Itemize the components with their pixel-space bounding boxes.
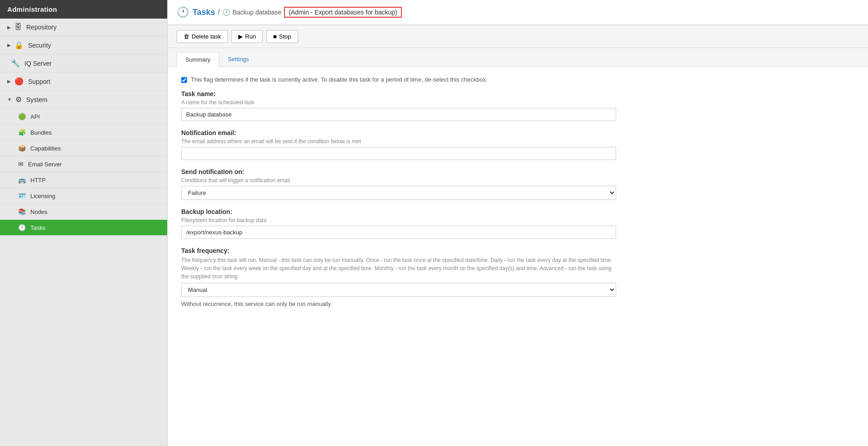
send-notification-label: Send notification on:: [181, 168, 854, 175]
sidebar-subitem-tasks[interactable]: 🕐 Tasks: [0, 220, 167, 236]
task-frequency-field: Task frequency: The frequency this task …: [181, 247, 854, 307]
play-icon: ▶: [238, 33, 243, 40]
notification-email-field: Notification email: The email address wh…: [181, 129, 854, 160]
notification-email-label: Notification email:: [181, 129, 854, 136]
task-name-field: Task name: A name for the scheduled task: [181, 90, 854, 121]
recurrence-note: Without recurrence, this service can onl…: [181, 301, 854, 307]
stop-icon: ■: [273, 33, 277, 40]
api-icon: 🟢: [18, 113, 26, 120]
send-notification-sublabel: Conditions that will trigger a notificat…: [181, 177, 854, 184]
sidebar-item-label: System: [26, 96, 48, 103]
active-task-row: This flag determines if the task is curr…: [181, 76, 854, 83]
sidebar-subitem-label: Nodes: [30, 208, 48, 215]
sidebar-subitem-api[interactable]: 🟢 API: [0, 109, 167, 125]
backup-location-sublabel: Filesystem location for backup data: [181, 217, 854, 223]
tab-settings[interactable]: Settings: [219, 52, 258, 67]
form-content: This flag determines if the task is curr…: [168, 67, 868, 446]
sidebar-subitem-licensing[interactable]: 🪪 Licensing: [0, 188, 167, 204]
sidebar-item-security[interactable]: ▶ 🔒 Security: [0, 36, 167, 54]
delete-task-button[interactable]: 🗑 Delete task: [177, 30, 228, 43]
sidebar-item-label: Support: [28, 78, 50, 85]
sidebar-item-system[interactable]: ▼ ⚙ System: [0, 91, 167, 109]
run-button[interactable]: ▶ Run: [231, 30, 263, 43]
bundles-icon: 🧩: [18, 129, 26, 136]
sidebar-subitem-bundles[interactable]: 🧩 Bundles: [0, 125, 167, 141]
arrow-icon: ▶: [7, 79, 11, 84]
backup-location-label: Backup location:: [181, 208, 854, 215]
capabilities-icon: 📦: [18, 145, 26, 152]
toolbar: 🗑 Delete task ▶ Run ■ Stop: [168, 25, 868, 48]
arrow-icon: ▶: [7, 43, 11, 48]
licensing-icon: 🪪: [18, 192, 26, 199]
http-icon: 🚌: [18, 176, 26, 184]
main-content: 🕐 Tasks / 🕐 Backup database (Admin - Exp…: [168, 0, 868, 446]
task-name-sublabel: A name for the scheduled task: [181, 99, 854, 106]
task-frequency-description: The frequency this task will run. Manual…: [181, 256, 616, 281]
sidebar-subitem-label: HTTP: [30, 177, 46, 184]
sidebar-subitem-nodes[interactable]: 📚 Nodes: [0, 204, 167, 220]
tasks-clock-icon: 🕐: [177, 6, 189, 18]
trash-icon: 🗑: [183, 33, 189, 40]
active-task-label: This flag determines if the task is curr…: [191, 76, 487, 83]
email-server-icon: ✉: [18, 160, 24, 168]
sidebar-subitem-label: Capabilities: [30, 145, 61, 152]
sidebar-item-label: IQ Server: [24, 60, 52, 67]
sidebar-header: Administration: [0, 0, 167, 19]
stop-button[interactable]: ■ Stop: [266, 30, 298, 43]
backup-location-input[interactable]: [181, 226, 616, 239]
active-task-checkbox[interactable]: [181, 77, 187, 83]
task-frequency-label: Task frequency:: [181, 247, 854, 254]
backup-database-label: Backup database: [232, 9, 281, 16]
highlighted-task-title: (Admin - Export databases for backup): [284, 7, 402, 18]
breadcrumb: 🕐 Tasks / 🕐 Backup database (Admin - Exp…: [168, 0, 868, 25]
notification-email-sublabel: The email address where an email will be…: [181, 138, 854, 145]
notification-email-input[interactable]: [181, 147, 616, 160]
send-notification-field: Send notification on: Conditions that wi…: [181, 168, 854, 200]
sidebar-item-support[interactable]: ▶ 🔴 Support: [0, 73, 167, 91]
backup-location-field: Backup location: Filesystem location for…: [181, 208, 854, 239]
task-frequency-select[interactable]: Manual Once Daily Weekly Monthly Advance…: [181, 283, 616, 297]
sidebar-item-iq-server[interactable]: 🔧 IQ Server: [0, 54, 167, 73]
arrow-icon: ▶: [7, 25, 11, 30]
tasks-breadcrumb-link[interactable]: Tasks: [193, 8, 215, 17]
sidebar-item-repository[interactable]: ▶ 🗄 Repository: [0, 19, 167, 36]
sidebar-subitem-email-server[interactable]: ✉ Email Server: [0, 156, 167, 172]
sidebar-subitem-capabilities[interactable]: 📦 Capabilities: [0, 141, 167, 156]
task-name-label: Task name:: [181, 90, 854, 97]
system-icon: ⚙: [15, 95, 22, 104]
support-icon: 🔴: [14, 77, 24, 86]
nodes-icon: 📚: [18, 208, 26, 215]
sidebar-subitem-label: Bundles: [30, 129, 52, 136]
sidebar-subitem-http[interactable]: 🚌 HTTP: [0, 172, 167, 188]
backup-clock-icon: 🕐: [222, 9, 230, 16]
sidebar: Administration ▶ 🗄 Repository ▶ 🔒 Securi…: [0, 0, 168, 446]
breadcrumb-separator: /: [218, 8, 220, 16]
repository-icon: 🗄: [14, 23, 22, 31]
arrow-icon: ▼: [7, 97, 12, 102]
sidebar-item-label: Repository: [26, 24, 57, 31]
sidebar-subitem-label: API: [30, 113, 40, 120]
task-name-input[interactable]: [181, 108, 616, 121]
tab-summary[interactable]: Summary: [177, 52, 219, 67]
iq-server-icon: 🔧: [11, 59, 20, 68]
security-icon: 🔒: [14, 41, 24, 49]
sidebar-item-label: Security: [28, 42, 51, 49]
backup-breadcrumb-link[interactable]: 🕐 Backup database (Admin - Export databa…: [222, 7, 402, 18]
sidebar-subitem-label: Tasks: [30, 224, 45, 231]
tabs-bar: Summary Settings: [168, 48, 868, 67]
tasks-icon: 🕐: [18, 224, 26, 231]
send-notification-select[interactable]: Failure Success Success or Failure: [181, 186, 616, 200]
sidebar-subitem-label: Licensing: [30, 193, 55, 199]
sidebar-subitem-label: Email Server: [28, 161, 62, 168]
